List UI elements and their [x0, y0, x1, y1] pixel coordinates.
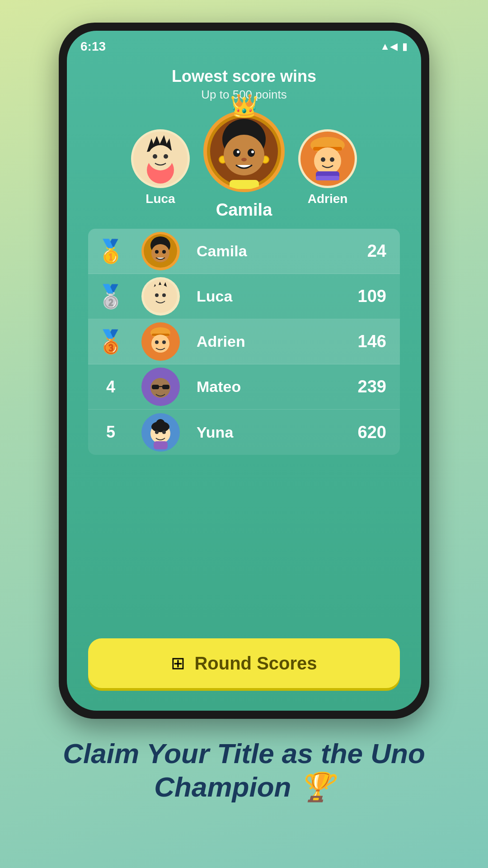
rank-cell-4: 4: [88, 377, 133, 396]
svg-point-26: [321, 157, 325, 162]
round-scores-icon: ⊞: [171, 653, 185, 673]
svg-point-33: [155, 250, 159, 254]
svg-point-8: [164, 154, 168, 159]
rank-number-4: 4: [106, 377, 115, 396]
score-cell-4: 239: [328, 377, 400, 396]
avatar-adrien-container: [298, 129, 357, 188]
svg-point-47: [155, 340, 159, 344]
name-cell-4: Mateo: [188, 378, 328, 396]
row-avatar-camila: [141, 232, 180, 270]
podium: Luca 👑: [67, 102, 421, 224]
player-name-2: Luca: [197, 288, 328, 305]
svg-rect-20: [230, 180, 259, 189]
player-name-5: Yuna: [197, 424, 328, 441]
rank-cell-3: 🥉: [88, 329, 133, 355]
avatar-camila: [203, 111, 285, 192]
avatar-adrien: [298, 129, 357, 188]
button-area: ⊞ Round Scores: [88, 638, 400, 688]
rank-cell-2: 🥈: [88, 283, 133, 310]
player-name-4: Mateo: [197, 378, 328, 396]
rank-cell-1: 🥇: [88, 238, 133, 264]
row-avatar-adrien: [141, 322, 180, 361]
phone-frame: 6:13 ▲◀ ▮ Lowest score wins Up to 500 po…: [59, 23, 429, 719]
avatar-camila-container: 👑: [203, 111, 285, 192]
medal-1: 🥇: [97, 238, 125, 264]
avatar-cell-4: [133, 368, 188, 406]
svg-point-17: [237, 151, 239, 153]
status-time: 6:13: [80, 39, 106, 54]
avatar-cell-2: [133, 277, 188, 316]
svg-point-34: [162, 250, 166, 254]
score-cell-5: 620: [328, 423, 400, 442]
avatar-cell-5: [133, 413, 188, 452]
rank-cell-5: 5: [88, 423, 133, 442]
bottom-tagline: Claim Your Title as the Uno Champion 🏆: [0, 719, 488, 804]
avatar-luca: [131, 129, 190, 188]
svg-point-6: [148, 145, 173, 170]
svg-point-15: [233, 149, 240, 157]
podium-name-camila: Camila: [216, 200, 272, 220]
score-row-5: 5: [88, 410, 400, 455]
scoreboard: 🥇 Camila: [88, 229, 400, 455]
podium-player-camila: 👑: [203, 111, 285, 220]
status-bar: 6:13 ▲◀ ▮: [67, 31, 421, 58]
svg-point-40: [155, 293, 159, 297]
rank-number-5: 5: [106, 423, 115, 442]
svg-rect-58: [154, 441, 168, 449]
score-row-4: 4: [88, 364, 400, 410]
svg-rect-52: [162, 385, 169, 389]
svg-point-7: [153, 154, 157, 159]
avatar-cell-3: [133, 322, 188, 361]
svg-point-18: [251, 151, 254, 153]
status-icons: ▲◀ ▮: [380, 41, 408, 52]
score-value-1: 24: [328, 241, 386, 261]
podium-name-adrien: Adrien: [308, 192, 348, 206]
score-cell-2: 109: [328, 287, 400, 306]
svg-point-27: [330, 157, 334, 162]
svg-point-39: [149, 285, 172, 307]
svg-point-41: [162, 293, 166, 297]
medal-3: 🥉: [97, 329, 125, 355]
header-title: Lowest score wins: [172, 67, 316, 86]
name-cell-1: Camila: [188, 242, 328, 260]
name-cell-2: Luca: [188, 288, 328, 305]
round-scores-label: Round Scores: [194, 653, 317, 674]
crown-icon: 👑: [230, 93, 258, 119]
score-cell-3: 146: [328, 332, 400, 351]
row-avatar-mateo: [141, 368, 180, 406]
svg-rect-29: [316, 176, 339, 180]
wifi-icon: ▲◀: [380, 41, 398, 52]
podium-name-luca: Luca: [145, 192, 175, 206]
name-cell-3: Adrien: [188, 333, 328, 350]
svg-point-57: [151, 421, 169, 432]
name-cell-5: Yuna: [188, 424, 328, 441]
battery-icon: ▮: [402, 41, 408, 52]
svg-point-19: [241, 158, 247, 161]
avatar-cell-1: [133, 232, 188, 270]
score-value-2: 109: [328, 287, 386, 306]
row-avatar-yuna: [141, 413, 180, 452]
svg-point-25: [314, 147, 341, 175]
score-value-5: 620: [328, 423, 386, 442]
round-scores-button[interactable]: ⊞ Round Scores: [88, 638, 400, 688]
score-cell-1: 24: [328, 241, 400, 261]
medal-2: 🥈: [97, 283, 125, 310]
player-name-1: Camila: [197, 242, 328, 260]
row-avatar-luca: [141, 277, 180, 316]
score-value-4: 239: [328, 377, 386, 396]
svg-point-60: [162, 430, 166, 434]
score-value-3: 146: [328, 332, 386, 351]
score-row-1: 🥇 Camila: [88, 229, 400, 274]
podium-player-luca: Luca: [131, 129, 190, 206]
score-row-2: 🥈: [88, 274, 400, 319]
svg-point-16: [248, 149, 255, 157]
svg-point-59: [155, 430, 159, 434]
svg-point-48: [162, 340, 166, 344]
player-name-3: Adrien: [197, 333, 328, 350]
svg-rect-51: [152, 385, 159, 389]
score-row-3: 🥉: [88, 319, 400, 364]
phone-screen: 6:13 ▲◀ ▮ Lowest score wins Up to 500 po…: [67, 31, 421, 711]
avatar-luca-container: [131, 129, 190, 188]
podium-player-adrien: Adrien: [298, 129, 357, 206]
svg-point-14: [224, 135, 264, 175]
